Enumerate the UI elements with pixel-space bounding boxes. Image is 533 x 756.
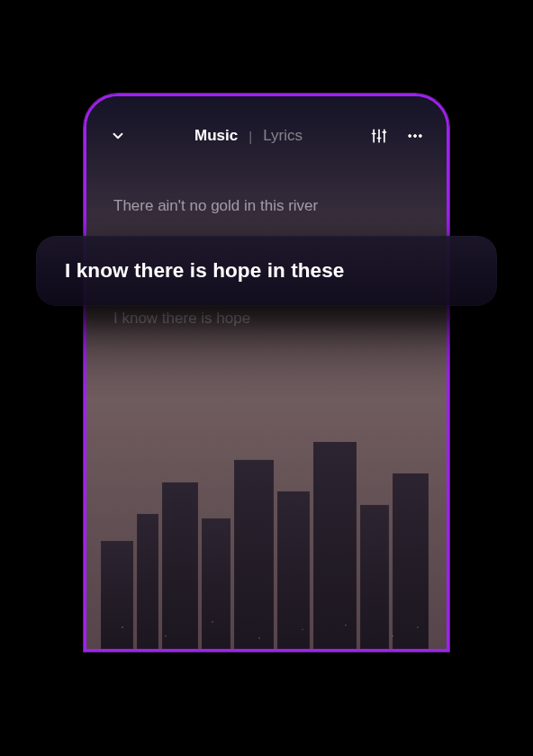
more-options-button[interactable] xyxy=(405,126,425,146)
background-image xyxy=(86,96,447,649)
header-actions xyxy=(369,126,425,146)
header-bar: Music | Lyrics xyxy=(86,118,447,154)
equalizer-button[interactable] xyxy=(369,126,389,146)
lyric-current-text: I know there is hope in these xyxy=(65,259,344,283)
svg-point-8 xyxy=(419,135,421,138)
phone-frame: Music | Lyrics There ain't no gold in th… xyxy=(84,94,449,652)
tab-lyrics[interactable]: Lyrics xyxy=(263,127,303,145)
tab-separator: | xyxy=(248,129,252,144)
chevron-down-icon xyxy=(110,128,126,144)
collapse-button[interactable] xyxy=(108,126,128,146)
lyric-next: I know there is hope xyxy=(113,308,420,330)
lyric-current-highlight[interactable]: I know there is hope in these xyxy=(36,236,497,306)
lyric-previous: There ain't no gold in this river xyxy=(113,195,420,218)
more-horizontal-icon xyxy=(406,127,424,145)
svg-point-6 xyxy=(409,135,411,138)
view-tabs: Music | Lyrics xyxy=(135,127,362,145)
svg-point-7 xyxy=(414,135,417,138)
tab-music[interactable]: Music xyxy=(194,127,238,145)
equalizer-icon xyxy=(370,127,388,145)
skyline xyxy=(86,415,447,649)
